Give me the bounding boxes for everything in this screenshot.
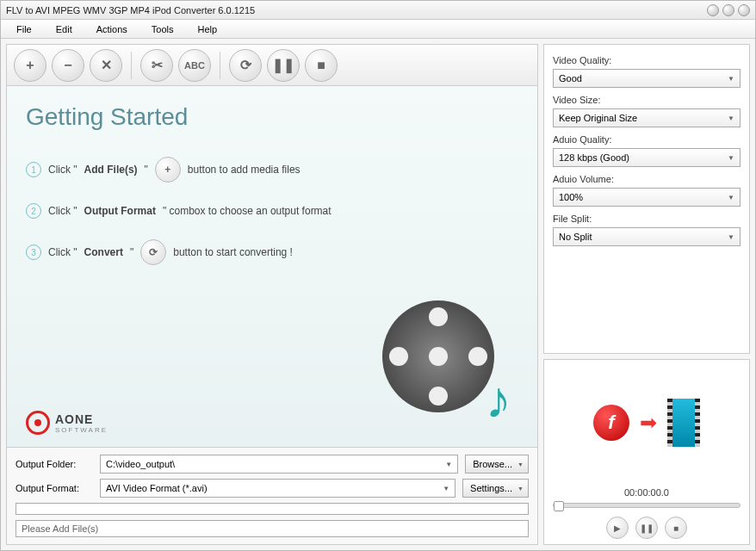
output-format-label: Output Format: [15, 483, 93, 493]
stop-icon: ■ [673, 523, 679, 533]
menu-edit[interactable]: Edit [44, 22, 84, 36]
stop-button[interactable]: ■ [305, 49, 338, 82]
getting-started-title: Getting Started [26, 103, 518, 131]
pause-icon: ❚❚ [640, 523, 654, 533]
seek-slider[interactable] [553, 503, 741, 508]
video-quality-dropdown[interactable]: Good [553, 69, 741, 88]
preview-canvas: f ➡ [544, 360, 749, 486]
titlebar: FLV to AVI MPEG WMV 3GP MP4 iPod Convert… [1, 1, 755, 20]
audio-volume-label: Aduio Volume: [553, 174, 741, 184]
music-note-icon: ♪ [486, 370, 511, 430]
file-split-label: File Split: [553, 214, 741, 224]
preview-panel: f ➡ 00:00:00.0 ▶ ❚❚ ■ [543, 359, 750, 545]
add-button[interactable]: + [14, 49, 46, 82]
output-folder-field[interactable]: C:\video_output\ [100, 455, 458, 474]
settings-panel: Video Quality: Good Video Size: Keep Ori… [543, 44, 750, 354]
menu-actions[interactable]: Actions [84, 22, 139, 36]
getting-started-panel: Getting Started 1 Click "Add File(s)" + … [7, 86, 537, 447]
play-button[interactable]: ▶ [606, 517, 629, 539]
pause-button[interactable]: ❚❚ [267, 49, 300, 82]
convert-icon: ⟳ [140, 239, 166, 265]
preview-stop-button[interactable]: ■ [665, 517, 687, 539]
arrow-right-icon: ➡ [640, 411, 657, 435]
menu-help[interactable]: Help [185, 22, 229, 36]
aone-logo: AONESOFTWARE [26, 411, 108, 435]
maximize-button[interactable] [722, 4, 734, 16]
window-title: FLV to AVI MPEG WMV 3GP MP4 iPod Convert… [6, 5, 707, 15]
film-reel-graphic: ♪ [374, 292, 511, 430]
stop-icon: ■ [317, 58, 325, 73]
close-button[interactable] [738, 4, 750, 16]
minimize-button[interactable] [707, 4, 719, 16]
video-quality-label: Video Quality: [553, 55, 741, 65]
audio-quality-dropdown[interactable]: 128 kbps (Good) [553, 148, 741, 167]
file-split-dropdown[interactable]: No Split [553, 227, 741, 246]
rename-button[interactable]: ABC [178, 49, 211, 82]
pause-icon: ❚❚ [272, 57, 294, 73]
browse-button[interactable]: Browse... [465, 455, 529, 474]
step-2: 2 Click "Output Format" combox to choose… [26, 203, 518, 219]
logo-icon [26, 411, 50, 435]
refresh-icon: ⟳ [240, 57, 251, 73]
menubar: File Edit Actions Tools Help [1, 20, 755, 39]
audio-quality-label: Aduio Quality: [553, 134, 741, 145]
output-folder-label: Output Folder: [15, 459, 93, 469]
audio-volume-dropdown[interactable]: 100% [553, 188, 741, 207]
step-3: 3 Click "Convert" ⟳ button to start conv… [26, 239, 518, 265]
step-1: 1 Click "Add File(s)" + button to add me… [26, 157, 518, 183]
film-strip-icon [667, 399, 700, 447]
add-icon: + [155, 157, 181, 183]
output-format-field[interactable]: AVI Video Format (*.avi) [100, 479, 455, 498]
video-size-dropdown[interactable]: Keep Original Size [553, 108, 741, 127]
convert-button[interactable]: ⟳ [229, 49, 262, 82]
step-number-3: 3 [26, 245, 41, 260]
status-bar: Please Add File(s) [15, 520, 529, 537]
remove-button[interactable]: − [52, 49, 84, 82]
settings-button[interactable]: Settings... [462, 479, 529, 498]
toolbar: + − ✕ ✂ ABC ⟳ ❚❚ ■ [7, 45, 537, 86]
cut-button[interactable]: ✂ [140, 49, 173, 82]
menu-tools[interactable]: Tools [139, 22, 186, 36]
step-number-2: 2 [26, 203, 41, 219]
progress-bar [15, 503, 529, 515]
step-number-1: 1 [26, 162, 41, 177]
scissors-icon: ✂ [152, 57, 163, 73]
video-size-label: Video Size: [553, 95, 741, 105]
preview-pause-button[interactable]: ❚❚ [635, 517, 658, 539]
clear-button[interactable]: ✕ [90, 49, 122, 82]
menu-file[interactable]: File [4, 22, 44, 36]
flash-icon: f [593, 405, 629, 441]
play-icon: ▶ [614, 523, 621, 533]
time-display: 00:00:00.0 [544, 486, 749, 499]
